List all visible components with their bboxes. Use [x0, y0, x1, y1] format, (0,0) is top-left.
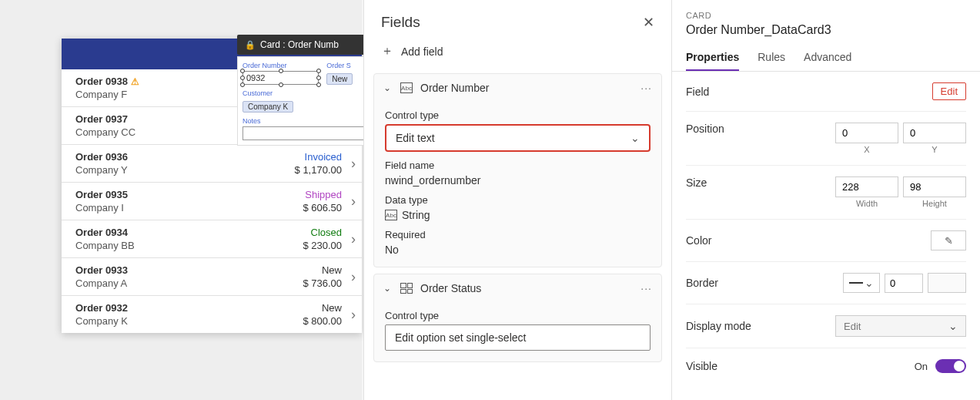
control-type-select[interactable]: Edit text ⌄ — [385, 124, 651, 152]
card-eyebrow: CARD — [686, 11, 966, 20]
chevron-down-icon: ⌄ — [383, 283, 393, 294]
order-item[interactable]: Order 0932Company KNew$ 800.00› — [62, 296, 362, 333]
order-company: Company I — [75, 202, 128, 213]
prop-label-field: Field — [686, 86, 709, 98]
visible-toggle[interactable] — [935, 359, 966, 373]
resize-handle[interactable] — [279, 69, 283, 73]
control-type-value: Edit option set single-select — [395, 331, 526, 344]
control-type-label: Control type — [385, 310, 651, 321]
plus-icon: ＋ — [381, 43, 393, 59]
customer-tag[interactable]: Company K — [242, 101, 293, 113]
border-color-button[interactable] — [928, 273, 966, 293]
resize-handle[interactable] — [316, 76, 321, 80]
more-icon[interactable]: ··· — [641, 82, 652, 94]
data-type-value: String — [402, 209, 430, 221]
border-style-select[interactable]: ⌄ — [843, 273, 880, 293]
order-item[interactable]: Order 0935Company IShipped$ 606.50› — [62, 183, 362, 220]
resize-handle[interactable] — [316, 69, 321, 73]
form-card-body: Order Number 0932 Order S — [237, 56, 376, 146]
display-mode-value: Edit — [844, 321, 861, 332]
close-icon[interactable]: ✕ — [643, 14, 654, 31]
tooltip-label: Card : Order Numb — [260, 39, 339, 50]
size-width-input[interactable] — [835, 176, 898, 197]
abc-icon: Abc — [385, 210, 397, 220]
order-company: Company A — [75, 277, 128, 289]
resize-handle[interactable] — [240, 69, 245, 73]
control-type-value: Edit text — [396, 132, 435, 144]
size-height-input[interactable] — [903, 176, 966, 197]
display-mode-select[interactable]: Edit ⌄ — [835, 315, 966, 337]
prop-row-size: Size Width Height — [686, 166, 966, 220]
order-number-input-selected[interactable]: 0932 — [242, 71, 319, 85]
border-width-input[interactable] — [885, 274, 923, 293]
field-name-value: nwind_ordernumber — [385, 174, 651, 187]
chevron-down-icon: ⌄ — [948, 320, 958, 332]
control-type-select[interactable]: Edit option set single-select — [385, 324, 651, 351]
prop-row-border: Border ⌄ — [686, 262, 966, 304]
notes-input[interactable] — [242, 126, 370, 140]
resize-handle[interactable] — [240, 76, 245, 80]
card-edit-popover: 🔒 Card : Order Numb Order Number 0932 — [237, 35, 376, 146]
prop-row-field: Field Edit — [686, 72, 966, 112]
resize-handle[interactable] — [316, 82, 321, 87]
tab-properties[interactable]: Properties — [686, 45, 739, 71]
order-company: Company CC — [75, 126, 135, 138]
chevron-down-icon: ⌄ — [630, 132, 640, 144]
prop-row-display-mode: Display mode Edit ⌄ — [686, 304, 966, 348]
resize-handle[interactable] — [279, 82, 283, 87]
add-field-button[interactable]: ＋ Add field — [364, 35, 671, 73]
warning-icon: ⚠ — [131, 76, 139, 87]
order-status: New — [322, 302, 342, 314]
order-status-tag[interactable]: New — [326, 73, 353, 85]
label-x: X — [835, 145, 898, 154]
control-type-label: Control type — [385, 109, 651, 121]
prop-label-size: Size — [686, 176, 707, 189]
order-title: Order 0933 — [75, 264, 128, 276]
chevron-right-icon: › — [351, 269, 356, 285]
fields-pane-title: Fields — [381, 14, 420, 31]
card-tooltip: 🔒 Card : Order Numb — [237, 35, 376, 55]
chevron-down-icon: ⌄ — [383, 82, 393, 93]
tab-rules[interactable]: Rules — [758, 45, 785, 71]
order-company: Company K — [75, 315, 128, 327]
required-value: No — [385, 244, 651, 256]
notes-label: Notes — [242, 117, 370, 125]
order-item[interactable]: Order 0936Company YInvoiced$ 1,170.00› — [62, 145, 362, 183]
order-item[interactable]: Order 0934Company BBClosed$ 230.00› — [62, 220, 362, 258]
order-status: Shipped — [305, 189, 342, 200]
customer-label: Customer — [242, 89, 370, 97]
order-status: New — [322, 264, 342, 276]
order-title: Order 0935 — [75, 189, 128, 200]
more-icon[interactable]: ··· — [641, 282, 652, 294]
prop-label-visible: Visible — [686, 360, 717, 372]
chevron-right-icon: › — [351, 156, 356, 172]
prop-label-display-mode: Display mode — [686, 320, 751, 332]
order-amount: $ 230.00 — [303, 240, 342, 251]
prop-row-position: Position X Y — [686, 112, 966, 166]
order-amount: $ 800.00 — [303, 315, 342, 327]
field-card-header[interactable]: ⌄ Order Status ··· — [374, 274, 661, 302]
lock-icon: 🔒 — [245, 40, 256, 50]
data-type-label: Data type — [385, 194, 651, 206]
required-label: Required — [385, 229, 651, 240]
field-card-order-status: ⌄ Order Status ··· Control type Edit opt… — [373, 274, 662, 362]
prop-label-border: Border — [686, 277, 718, 289]
order-amount: $ 606.50 — [303, 202, 342, 213]
order-status: Invoiced — [305, 151, 342, 163]
props-tabs: Properties Rules Advanced — [672, 45, 980, 72]
position-y-input[interactable] — [903, 123, 966, 143]
visible-on-label: On — [915, 361, 928, 372]
position-x-input[interactable] — [835, 123, 898, 143]
edit-field-button[interactable]: Edit — [932, 82, 966, 100]
label-y: Y — [903, 145, 966, 154]
fields-pane: Fields ✕ ＋ Add field ⌄ Abc Order Number … — [363, 0, 672, 400]
color-picker-button[interactable]: ✎ — [931, 230, 966, 250]
order-item[interactable]: Order 0933Company ANew$ 736.00› — [62, 258, 362, 296]
prop-row-color: Color ✎ — [686, 220, 966, 262]
resize-handle[interactable] — [240, 82, 245, 87]
field-card-header[interactable]: ⌄ Abc Order Number ··· — [374, 74, 661, 102]
field-name-label: Field name — [385, 160, 651, 171]
tab-advanced[interactable]: Advanced — [804, 45, 851, 71]
properties-pane: CARD Order Number_DataCard3 Properties R… — [672, 0, 980, 400]
prop-label-color: Color — [686, 234, 711, 247]
